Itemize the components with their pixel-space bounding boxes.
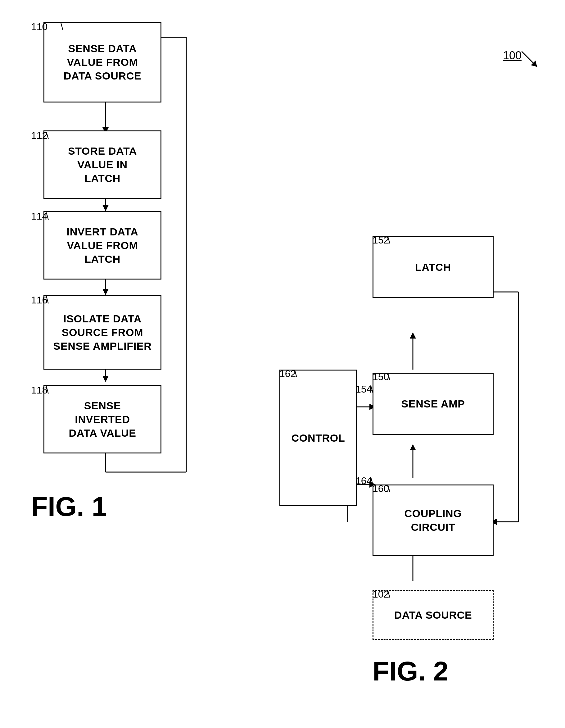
box-isolate-data-text: ISOLATE DATASOURCE FROMSENSE AMPLIFIER [53, 312, 152, 353]
box-data-source: DATA SOURCE [372, 590, 494, 640]
svg-marker-7 [103, 376, 109, 382]
ref-110: 110 [31, 21, 48, 33]
tick-162: \ [294, 368, 297, 380]
tick-152: \ [387, 234, 390, 246]
ref-164: 164 [355, 475, 372, 487]
ref-100: 100 [503, 49, 522, 62]
box-invert-data: INVERT DATAVALUE FROMLATCH [43, 211, 162, 280]
ref-154: 154 [355, 384, 372, 395]
diagram-container: SENSE DATAVALUE FROMDATA SOURCE 110 \ ST… [0, 0, 565, 728]
tick-102: \ [387, 589, 390, 600]
tick-110: \ [61, 21, 63, 33]
ref-162: 162 [280, 368, 296, 380]
tick-154: \ [370, 384, 373, 395]
ref-118: 118 [31, 384, 48, 396]
ref-116: 116 [31, 294, 48, 306]
ref-160: 160 [372, 483, 389, 494]
tick-118: \ [46, 384, 49, 396]
tick-150: \ [387, 371, 390, 383]
ref-100-arrow [522, 51, 540, 70]
svg-marker-3 [103, 205, 109, 211]
fig1-label: FIG. 1 [31, 491, 107, 522]
box-store-data-text: STORE DATAVALUE INLATCH [68, 144, 137, 185]
box-store-data: STORE DATAVALUE INLATCH [43, 130, 162, 199]
box-sense-data-text: SENSE DATAVALUE FROMDATA SOURCE [64, 42, 142, 83]
box-coupling-circuit-text: COUPLINGCIRCUIT [404, 507, 462, 534]
tick-116: \ [46, 294, 49, 306]
box-latch: LATCH [372, 236, 494, 298]
ref-102: 102 [372, 589, 389, 600]
box-invert-data-text: INVERT DATAVALUE FROMLATCH [67, 225, 139, 266]
tick-114: \ [46, 211, 49, 222]
box-sense-inverted-text: SENSEINVERTEDDATA VALUE [69, 399, 136, 440]
ref-112: 112 [31, 130, 48, 141]
fig2-label: FIG. 2 [372, 655, 449, 687]
box-latch-text: LATCH [415, 260, 451, 274]
svg-marker-5 [103, 289, 109, 295]
box-coupling-circuit: COUPLINGCIRCUIT [372, 485, 494, 556]
box-sense-data: SENSE DATAVALUE FROMDATA SOURCE [43, 22, 162, 102]
tick-112: \ [46, 130, 49, 141]
tick-160: \ [387, 483, 390, 494]
box-data-source-text: DATA SOURCE [394, 608, 472, 622]
box-sense-amp: SENSE AMP [372, 373, 494, 435]
box-control-text: CONTROL [291, 431, 345, 445]
svg-marker-18 [410, 332, 416, 339]
ref-152: 152 [372, 234, 389, 246]
box-sense-amp-text: SENSE AMP [401, 397, 465, 411]
box-sense-inverted: SENSEINVERTEDDATA VALUE [43, 385, 162, 453]
ref-114: 114 [31, 211, 48, 222]
ref-150: 150 [372, 371, 389, 383]
box-control: CONTROL [280, 370, 357, 506]
box-isolate-data: ISOLATE DATASOURCE FROMSENSE AMPLIFIER [43, 295, 162, 370]
svg-marker-16 [410, 444, 416, 450]
